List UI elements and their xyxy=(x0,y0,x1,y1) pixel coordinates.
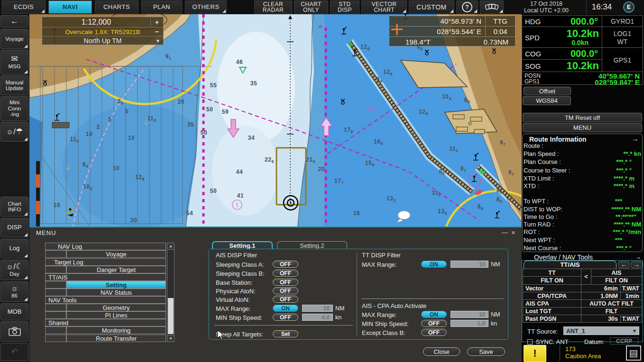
menu-cat-shared[interactable]: Shared xyxy=(45,319,166,326)
sidebar-item-manual-update[interactable]: ManualUpdate xyxy=(0,75,28,95)
ais-header-cell[interactable]: AIS xyxy=(591,269,642,277)
sidebar-item-brightness[interactable]: ☼ 86 xyxy=(0,281,28,302)
std-disp-button[interactable]: STDDISP xyxy=(330,0,359,14)
scrollbar-thumb[interactable] xyxy=(168,298,174,334)
sidebar-item-voyage[interactable]: Voyage xyxy=(0,29,28,49)
sidebar-item-mob[interactable]: MOB xyxy=(0,303,28,320)
tt-source-dropdown[interactable]: ANT_1 ▼ xyxy=(563,326,639,335)
ais-cpa-mode-cell[interactable]: AUTO ACT FILT xyxy=(581,299,642,308)
display-mode-button[interactable] xyxy=(480,0,504,14)
tt-header-cell[interactable]: TT xyxy=(523,269,581,277)
tab-others[interactable]: OTHERS xyxy=(185,0,227,14)
sidebar-item-undo[interactable]: ↶ xyxy=(0,343,28,361)
menu-button[interactable]: MENU xyxy=(523,123,642,132)
vector-time-cell[interactable]: 6min xyxy=(581,284,621,292)
tab-setting-1[interactable]: Setting.1 xyxy=(212,241,273,249)
user-avatar[interactable]: E xyxy=(623,1,635,13)
tab-charts[interactable]: CHARTS xyxy=(95,0,138,14)
cpa-min-speed-toggle[interactable]: OFF xyxy=(421,320,447,327)
menu-item-setting[interactable]: Setting xyxy=(45,281,166,289)
cursor-lat: 40°58.973' N xyxy=(389,17,485,25)
cpa-min-speed-input[interactable]: 1.0 xyxy=(451,320,488,327)
tab-navi[interactable]: NAVI xyxy=(48,0,92,14)
tab-ecdis[interactable]: ECDIS xyxy=(2,0,46,14)
sidebar-item-day-mode[interactable]: ☼/☾ Day xyxy=(0,260,28,280)
chart-only-button[interactable]: CHARTONLY xyxy=(294,0,328,14)
help-button[interactable]: ? xyxy=(456,0,478,14)
tab-setting-2[interactable]: Setting.2 xyxy=(277,241,347,249)
vector-chart-button[interactable]: VECTORCHART xyxy=(361,0,407,14)
prev-tool-button[interactable]: ← xyxy=(618,261,630,268)
menu-scrollbar[interactable]: ▲ ▼ xyxy=(167,243,175,342)
next-tool-button[interactable]: → xyxy=(631,261,643,268)
cpa-tcpa-cell[interactable]: CPA/TCPA xyxy=(523,292,581,300)
close-button[interactable]: Close xyxy=(423,347,460,356)
sync-ant-checkbox[interactable] xyxy=(527,339,533,344)
menu-item-voyage[interactable]: Voyage xyxy=(45,250,166,258)
sidebar-item-screenshot[interactable] xyxy=(0,321,28,342)
zoom-in-button[interactable]: + xyxy=(150,18,163,26)
sidebar-item-disp[interactable]: DISP xyxy=(0,218,28,237)
ais-max-range-toggle[interactable]: ON xyxy=(273,305,298,312)
menu-cat-nav-log[interactable]: NAV Log xyxy=(45,243,166,250)
ais-min-speed-toggle[interactable]: OFF xyxy=(273,314,298,321)
ais-filter-cell[interactable]: FILT ON xyxy=(591,276,642,285)
menu-cat-tt-ais[interactable]: TT/AIS xyxy=(45,273,166,281)
base-station-toggle[interactable]: OFF xyxy=(273,279,298,286)
camera-icon xyxy=(8,327,21,336)
minimize-button[interactable]: — xyxy=(502,229,508,236)
overlay-expand-arrow[interactable]: → xyxy=(635,253,641,261)
sidebar-item-msg[interactable]: ✉ MSG xyxy=(0,50,28,74)
past-posn-cell[interactable]: 30s xyxy=(581,315,621,323)
offset-button[interactable]: Offset xyxy=(524,87,571,95)
menu-item-route-transfer[interactable]: Route Transfer xyxy=(45,335,166,342)
menu-item-monitoring[interactable]: Monitoring xyxy=(45,326,166,334)
scroll-up-button[interactable]: ▲ xyxy=(167,243,174,250)
back-arrow-icon: ← xyxy=(10,17,18,26)
alert-text: Caution Area xyxy=(565,353,601,360)
clear-radar-button[interactable]: CLEARRADAR xyxy=(254,0,292,14)
sleep-all-targets-button[interactable]: Set xyxy=(273,330,298,337)
chart-area[interactable]: ! ! ⚓ ⚓ « 914635552050593550341121131010… xyxy=(29,14,522,226)
svg-text:⚓: ⚓ xyxy=(143,118,151,126)
route-info-expand-arrow[interactable]: → xyxy=(632,135,638,143)
alert-list-button[interactable]: ▤ xyxy=(626,345,641,361)
tt-max-range-toggle[interactable]: ON xyxy=(421,261,447,268)
menu-item-pi-lines[interactable]: PI Lines xyxy=(45,311,166,319)
ais-max-range-input[interactable]: 10 xyxy=(302,305,333,312)
orientation-selector[interactable]: North Up TM ▼ xyxy=(42,36,163,45)
sidebar-item-chart-info[interactable]: ChartINFO xyxy=(0,197,28,217)
sidebar-item-mini-conning[interactable]: MiniConn-ing xyxy=(0,96,28,121)
cpa-max-range-input[interactable]: 10 xyxy=(451,311,488,318)
physical-aton-toggle[interactable]: OFF xyxy=(273,287,298,294)
back-button[interactable]: ← xyxy=(0,15,28,27)
menu-item-nav-status[interactable]: NAV Status xyxy=(45,289,166,296)
lost-target-filter-cell[interactable]: FILT xyxy=(581,307,642,315)
save-button[interactable]: Save xyxy=(467,347,505,356)
menu-cat-nav-tools[interactable]: NAV Tools xyxy=(45,296,166,304)
scroll-down-button[interactable]: ▼ xyxy=(167,335,174,342)
sun-umbrella-icon: ☼/☂ xyxy=(6,127,23,136)
tt-max-range-input[interactable]: 10 xyxy=(451,261,488,268)
tm-reset-button[interactable]: TM Reset off xyxy=(523,113,642,122)
menu-item-danger-target[interactable]: Danger Target xyxy=(45,266,166,273)
custom-button[interactable]: CUSTOM xyxy=(409,0,454,14)
tt-filter-cell[interactable]: FILT ON xyxy=(523,276,581,285)
menu-item-geometry[interactable]: Geometry xyxy=(45,304,166,311)
sidebar-item-daynight-settings[interactable]: ☼/☂ xyxy=(0,122,28,142)
datum-wgs84-button[interactable]: WGS84 xyxy=(523,96,571,105)
sleeping-class-a-toggle[interactable]: OFF xyxy=(273,261,298,268)
sleeping-class-b-toggle[interactable]: OFF xyxy=(273,270,298,277)
ais-min-speed-input[interactable]: 4.0 xyxy=(302,314,333,321)
tab-tt-ais[interactable]: TT/AIS xyxy=(524,261,616,269)
date-display[interactable]: 17 Oct 2018 Local UTC +2:00 xyxy=(511,0,581,14)
sidebar-item-log[interactable]: Log xyxy=(0,239,28,258)
cpa-max-range-toggle[interactable]: ON xyxy=(421,311,447,318)
close-icon[interactable]: × xyxy=(511,228,515,236)
zoom-out-button[interactable]: − xyxy=(152,27,162,36)
tab-plan[interactable]: PLAN xyxy=(141,0,182,14)
virtual-aton-toggle[interactable]: OFF xyxy=(273,296,298,303)
alert-button[interactable]: ! xyxy=(524,345,546,362)
menu-cat-target-log[interactable]: Target Log xyxy=(45,258,166,266)
except-class-b-toggle[interactable]: OFF xyxy=(421,329,447,336)
